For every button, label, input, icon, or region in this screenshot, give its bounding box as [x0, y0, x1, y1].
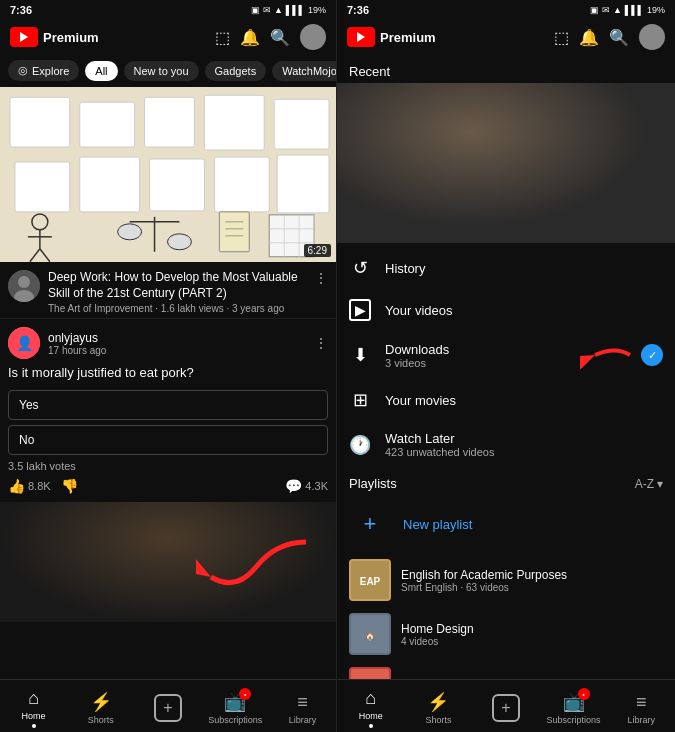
right-status-bar: 7:36 ▣ ✉ ▲ ▌▌▌ 19%	[337, 0, 675, 18]
msg-icon: ✉	[263, 5, 271, 15]
chevron-down-icon: ▾	[657, 477, 663, 491]
your-videos-item[interactable]: ▶ Your videos	[337, 289, 675, 331]
all-tab[interactable]: All	[85, 61, 117, 81]
playlist-thumb-svg-1: 🏠	[349, 613, 391, 655]
video-thumbnail[interactable]: 6:29	[0, 87, 336, 262]
svg-rect-9	[214, 157, 269, 212]
cast-icon[interactable]: ⬚	[215, 28, 230, 47]
recent-label: Recent	[337, 56, 675, 83]
new-playlist-button[interactable]: + New playlist	[337, 495, 675, 553]
like-count: 8.8K	[28, 480, 51, 492]
playlists-title: Playlists	[349, 476, 397, 491]
poll-option-no[interactable]: No	[8, 425, 328, 455]
watch-later-title: Watch Later	[385, 431, 663, 446]
right-nav-library[interactable]: ≡ Library	[607, 692, 675, 725]
sort-button[interactable]: A-Z ▾	[635, 477, 663, 491]
comment-button[interactable]: 💬 4.3K	[285, 478, 328, 494]
right-shorts-label: Shorts	[425, 715, 451, 725]
dislike-button[interactable]: 👎	[61, 478, 78, 494]
search-icon[interactable]: 🔍	[270, 28, 290, 47]
right-add-icon[interactable]: +	[492, 694, 520, 722]
video-channel: The Art of Improvement	[48, 303, 153, 314]
playlist-name-0: English for Academic Purposes	[401, 568, 663, 582]
playlist-name-1: Home Design	[401, 622, 663, 636]
new-to-you-tab[interactable]: New to you	[124, 61, 199, 81]
user-avatar[interactable]	[300, 24, 326, 50]
history-icon: ↺	[349, 257, 371, 279]
right-nav-home[interactable]: ⌂ Home	[337, 688, 405, 728]
video-meta: Deep Work: How to Develop the Most Valua…	[48, 270, 306, 314]
playlist-thumb-2: 🎵	[349, 667, 391, 679]
notification-icon[interactable]: 🔔	[240, 28, 260, 47]
playlist-item-1[interactable]: 🏠 Home Design 4 videos	[337, 607, 675, 661]
poll-option-yes[interactable]: Yes	[8, 390, 328, 420]
left-status-bar: 7:36 ▣ ✉ ▲ ▌▌▌ 19%	[0, 0, 336, 18]
downloads-item[interactable]: ⬇ Downloads 3 videos ✓	[337, 331, 675, 379]
battery-icon: 19%	[308, 5, 326, 15]
recent-thumbnail[interactable]	[337, 83, 675, 243]
right-library-icon: ≡	[636, 692, 647, 713]
right-shorts-icon: ⚡	[427, 691, 449, 713]
your-movies-item[interactable]: ⊞ Your movies	[337, 379, 675, 421]
right-notification-icon[interactable]: 🔔	[579, 28, 599, 47]
playlist-sub-1: 4 videos	[401, 636, 663, 647]
video-subtitle: The Art of Improvement · 1.6 lakh views …	[48, 303, 306, 314]
svg-rect-10	[277, 155, 329, 213]
left-header-icons: ⬚ 🔔 🔍	[215, 24, 326, 50]
dislike-icon: 👎	[61, 478, 78, 494]
left-library-label: Library	[289, 715, 317, 725]
left-nav-library[interactable]: ≡ Library	[269, 692, 336, 725]
left-nav-add[interactable]: +	[134, 694, 201, 722]
history-item[interactable]: ↺ History	[337, 247, 675, 289]
watchmojo-tab[interactable]: WatchMojo	[272, 61, 336, 81]
like-icon: 👍	[8, 478, 25, 494]
poll-votes: 3.5 lakh votes	[8, 460, 328, 472]
playlist-item-2[interactable]: 🎵 Just POP	[337, 661, 675, 679]
svg-text:👤: 👤	[16, 335, 34, 352]
youtube-logo	[10, 27, 38, 47]
right-cast-icon[interactable]: ⬚	[554, 28, 569, 47]
svg-rect-7	[80, 157, 140, 212]
playlist-info-1: Home Design 4 videos	[401, 622, 663, 647]
svg-point-31	[18, 276, 30, 288]
downloads-title: Downloads	[385, 342, 566, 357]
right-signal-icon: ▌▌▌	[625, 5, 644, 15]
red-arrow-left	[196, 522, 316, 602]
left-add-icon[interactable]: +	[154, 694, 182, 722]
right-library-label: Library	[627, 715, 655, 725]
left-subscriptions-badge: •	[239, 688, 251, 700]
left-home-label: Home	[22, 711, 46, 721]
playlist-thumb-1: 🏠	[349, 613, 391, 655]
explore-tab[interactable]: ◎ Explore	[8, 60, 79, 81]
poll-option-no-label: No	[19, 433, 34, 447]
left-shorts-icon: ⚡	[90, 691, 112, 713]
right-user-avatar[interactable]	[639, 24, 665, 50]
comment-icon: 💬	[285, 478, 302, 494]
left-nav-subscriptions[interactable]: 📺 • Subscriptions	[202, 691, 269, 725]
right-status-icons: ▣ ✉ ▲ ▌▌▌ 19%	[590, 5, 665, 15]
your-movies-text: Your movies	[385, 393, 663, 408]
left-header: Premium ⬚ 🔔 🔍	[0, 18, 336, 56]
svg-rect-6	[15, 162, 70, 212]
left-time: 7:36	[10, 4, 32, 16]
gadgets-tab[interactable]: Gadgets	[205, 61, 267, 81]
post-menu-button[interactable]: ⋮	[314, 335, 328, 351]
left-nav-shorts[interactable]: ⚡ Shorts	[67, 691, 134, 725]
filter-tabs: ◎ Explore All New to you Gadgets WatchMo…	[0, 56, 336, 87]
right-nav-add[interactable]: +	[472, 694, 540, 722]
right-home-indicator	[369, 724, 373, 728]
poll-question: Is it morally justified to eat pork?	[8, 365, 328, 382]
svg-rect-3	[145, 97, 195, 147]
right-search-icon[interactable]: 🔍	[609, 28, 629, 47]
like-button[interactable]: 👍 8.8K	[8, 478, 51, 494]
video-menu-button[interactable]: ⋮	[314, 270, 328, 314]
left-panel: 7:36 ▣ ✉ ▲ ▌▌▌ 19% Premium ⬚ 🔔 🔍 ◎ Explo…	[0, 0, 337, 732]
left-nav-home[interactable]: ⌂ Home	[0, 688, 67, 728]
right-nav-shorts[interactable]: ⚡ Shorts	[405, 691, 473, 725]
comment-count: 4.3K	[305, 480, 328, 492]
watch-later-item[interactable]: 🕐 Watch Later 423 unwatched videos	[337, 421, 675, 468]
playlist-item-0[interactable]: EAP English for Academic Purposes Smrt E…	[337, 553, 675, 607]
new-playlist-label: New playlist	[403, 517, 472, 532]
right-nav-subscriptions[interactable]: 📺 • Subscriptions	[540, 691, 608, 725]
left-library-icon: ≡	[297, 692, 308, 713]
